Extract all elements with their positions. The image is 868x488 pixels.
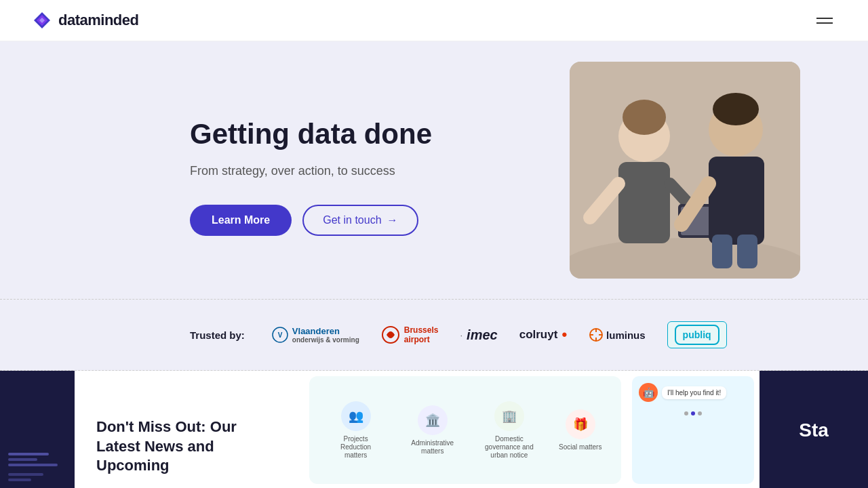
domestic-icon: 🏢 bbox=[494, 401, 524, 431]
svg-point-6 bbox=[623, 100, 666, 135]
vlaanderen-icon: V bbox=[272, 327, 288, 343]
news-icon-projects: 👥 Projects Reduction matters bbox=[329, 401, 383, 460]
bottom-section: Don't Miss Out: Our Latest News and Upco… bbox=[0, 371, 868, 488]
news-line-4 bbox=[8, 473, 43, 476]
news-line-3 bbox=[8, 464, 58, 466]
arrow-icon: → bbox=[387, 214, 398, 226]
brussels-icon bbox=[381, 325, 400, 344]
news-right-card: Sta bbox=[760, 371, 868, 488]
projects-label: Projects Reduction matters bbox=[329, 435, 383, 460]
nav-dot-2 bbox=[691, 411, 695, 415]
hamburger-button[interactable] bbox=[814, 15, 835, 26]
hero-buttons: Learn More Get in touch → bbox=[190, 205, 432, 236]
logo-publiq: publiq bbox=[667, 321, 727, 348]
news-left-card bbox=[0, 371, 75, 488]
hero-title: Getting data done bbox=[190, 118, 432, 150]
svg-rect-16 bbox=[712, 235, 732, 268]
news-title: Don't Miss Out: Our Latest News and Upco… bbox=[96, 418, 282, 476]
news-lines bbox=[8, 453, 66, 481]
social-label: Social matters bbox=[559, 443, 601, 451]
news-line-5 bbox=[8, 479, 31, 481]
hero-subtitle: From strategy, over action, to success bbox=[190, 162, 432, 180]
domestic-label: Domestic governance and urban notice bbox=[482, 435, 536, 460]
trusted-section: Trusted by: V Vlaanderen onderwijs & vor… bbox=[0, 299, 868, 371]
news-line-2 bbox=[8, 458, 37, 461]
logo-luminus: luminus bbox=[589, 327, 646, 342]
logo-imec: · imec bbox=[460, 327, 497, 343]
admin-label: Administrative matters bbox=[406, 439, 460, 455]
hero-section: Getting data done From strategy, over ac… bbox=[0, 41, 868, 299]
svg-point-13 bbox=[713, 93, 759, 125]
logo-diamond-icon bbox=[33, 11, 52, 30]
logo-text: dataminded bbox=[58, 12, 138, 29]
hero-image bbox=[570, 62, 800, 279]
start-text: Sta bbox=[799, 420, 829, 441]
trusted-label: Trusted by: bbox=[190, 328, 245, 342]
projects-icon: 👥 bbox=[341, 401, 371, 431]
admin-icon: 🏛️ bbox=[418, 405, 448, 435]
header: dataminded bbox=[0, 0, 868, 41]
logo[interactable]: dataminded bbox=[33, 11, 138, 30]
learn-more-button[interactable]: Learn More bbox=[190, 205, 292, 236]
news-chat-card: 🤖 I'll help you find it! bbox=[632, 376, 754, 484]
news-icon-domestic: 🏢 Domestic governance and urban notice bbox=[482, 401, 536, 460]
chat-bubble: I'll help you find it! bbox=[662, 386, 726, 399]
hamburger-line-2 bbox=[816, 22, 833, 24]
news-line-1 bbox=[8, 453, 49, 455]
news-icon-social: 🎁 Social matters bbox=[559, 409, 601, 451]
svg-rect-14 bbox=[709, 157, 764, 245]
social-icon: 🎁 bbox=[566, 409, 595, 439]
nav-dot-3 bbox=[698, 411, 702, 415]
logo-vlaanderen: V Vlaanderen onderwijs & vorming bbox=[272, 326, 359, 344]
get-in-touch-label: Get in touch bbox=[323, 214, 381, 226]
hero-content: Getting data done From strategy, over ac… bbox=[190, 118, 432, 235]
chat-avatar: 🤖 bbox=[639, 383, 658, 402]
svg-text:V: V bbox=[278, 331, 283, 339]
hero-illustration bbox=[570, 62, 800, 279]
svg-rect-7 bbox=[618, 162, 670, 243]
news-main: Don't Miss Out: Our Latest News and Upco… bbox=[75, 371, 304, 488]
nav-dot-1 bbox=[684, 411, 688, 415]
news-icon-admin: 🏛️ Administrative matters bbox=[406, 405, 460, 455]
svg-rect-17 bbox=[737, 235, 757, 268]
logo-brussels-airport: Brusselsairport bbox=[381, 325, 439, 344]
logo-colruyt: colruyt • bbox=[519, 327, 567, 342]
get-in-touch-button[interactable]: Get in touch → bbox=[302, 205, 418, 236]
luminus-icon bbox=[589, 327, 604, 342]
hamburger-line-1 bbox=[816, 18, 833, 19]
news-icon-cards: 👥 Projects Reduction matters 🏛️ Administ… bbox=[309, 376, 621, 484]
logos-container: V Vlaanderen onderwijs & vorming Brussel… bbox=[272, 321, 727, 348]
